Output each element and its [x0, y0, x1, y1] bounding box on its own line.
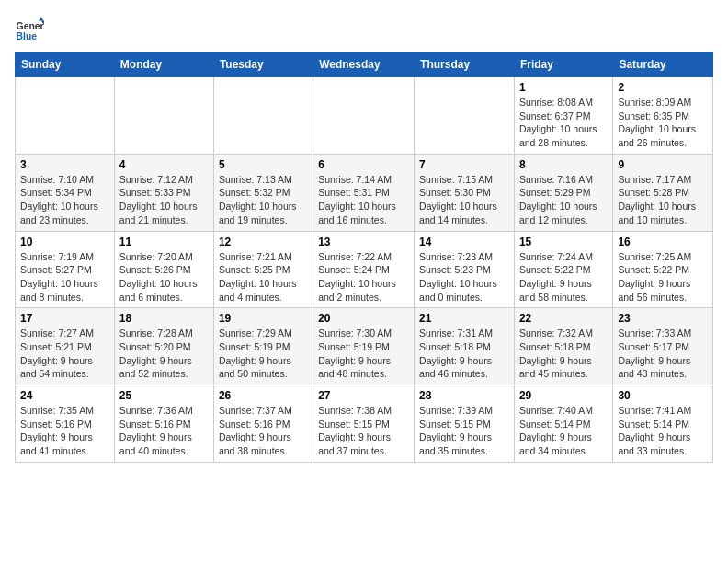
calendar-table: SundayMondayTuesdayWednesdayThursdayFrid… [15, 52, 713, 463]
logo-icon: General Blue [15, 15, 44, 44]
calendar-cell: 17Sunrise: 7:27 AM Sunset: 5:21 PM Dayli… [16, 308, 115, 385]
day-info: Sunrise: 7:36 AM Sunset: 5:16 PM Dayligh… [119, 404, 209, 458]
svg-marker-2 [39, 17, 44, 20]
calendar-cell: 5Sunrise: 7:13 AM Sunset: 5:32 PM Daylig… [213, 154, 313, 231]
day-info: Sunrise: 7:15 AM Sunset: 5:30 PM Dayligh… [419, 173, 509, 227]
week-row-3: 17Sunrise: 7:27 AM Sunset: 5:21 PM Dayli… [16, 308, 713, 385]
day-number: 12 [219, 236, 308, 248]
day-number: 3 [20, 158, 109, 171]
calendar-cell: 21Sunrise: 7:31 AM Sunset: 5:18 PM Dayli… [415, 308, 515, 385]
day-number: 13 [318, 236, 409, 248]
day-info: Sunrise: 7:35 AM Sunset: 5:16 PM Dayligh… [20, 404, 109, 458]
day-number: 19 [219, 312, 308, 325]
day-info: Sunrise: 7:21 AM Sunset: 5:25 PM Dayligh… [219, 250, 308, 304]
calendar-cell: 11Sunrise: 7:20 AM Sunset: 5:26 PM Dayli… [114, 231, 213, 308]
calendar-cell: 26Sunrise: 7:37 AM Sunset: 5:16 PM Dayli… [213, 385, 313, 463]
day-number: 22 [519, 312, 608, 325]
day-number: 6 [318, 158, 409, 171]
day-number: 16 [618, 236, 708, 248]
calendar-cell [313, 77, 415, 155]
day-info: Sunrise: 7:39 AM Sunset: 5:15 PM Dayligh… [419, 404, 509, 458]
day-info: Sunrise: 7:40 AM Sunset: 5:14 PM Dayligh… [519, 404, 608, 458]
calendar-cell: 1Sunrise: 8:08 AM Sunset: 6:37 PM Daylig… [514, 77, 612, 155]
day-info: Sunrise: 7:23 AM Sunset: 5:23 PM Dayligh… [419, 250, 509, 304]
day-info: Sunrise: 7:14 AM Sunset: 5:31 PM Dayligh… [318, 173, 409, 227]
calendar-cell [16, 77, 115, 155]
day-info: Sunrise: 7:30 AM Sunset: 5:19 PM Dayligh… [318, 327, 409, 381]
week-row-4: 24Sunrise: 7:35 AM Sunset: 5:16 PM Dayli… [16, 385, 713, 463]
calendar-cell: 16Sunrise: 7:25 AM Sunset: 5:22 PM Dayli… [613, 231, 713, 308]
header: General Blue [15, 15, 713, 44]
calendar-cell: 29Sunrise: 7:40 AM Sunset: 5:14 PM Dayli… [514, 385, 612, 463]
day-info: Sunrise: 7:31 AM Sunset: 5:18 PM Dayligh… [419, 327, 509, 381]
day-info: Sunrise: 7:13 AM Sunset: 5:32 PM Dayligh… [219, 173, 308, 227]
calendar-cell: 23Sunrise: 7:33 AM Sunset: 5:17 PM Dayli… [613, 308, 713, 385]
day-number: 21 [419, 312, 509, 325]
day-number: 8 [519, 158, 608, 171]
calendar-cell: 3Sunrise: 7:10 AM Sunset: 5:34 PM Daylig… [16, 154, 115, 231]
day-number: 25 [119, 389, 209, 402]
calendar-cell: 12Sunrise: 7:21 AM Sunset: 5:25 PM Dayli… [213, 231, 313, 308]
svg-text:Blue: Blue [17, 31, 38, 41]
day-info: Sunrise: 7:24 AM Sunset: 5:22 PM Dayligh… [519, 250, 608, 304]
day-number: 28 [419, 389, 509, 402]
day-info: Sunrise: 7:20 AM Sunset: 5:26 PM Dayligh… [119, 250, 209, 304]
calendar-cell: 6Sunrise: 7:14 AM Sunset: 5:31 PM Daylig… [313, 154, 415, 231]
calendar-cell: 4Sunrise: 7:12 AM Sunset: 5:33 PM Daylig… [114, 154, 213, 231]
calendar-cell: 19Sunrise: 7:29 AM Sunset: 5:19 PM Dayli… [213, 308, 313, 385]
weekday-header-row: SundayMondayTuesdayWednesdayThursdayFrid… [16, 52, 713, 77]
weekday-header-thursday: Thursday [415, 52, 515, 77]
calendar-cell: 14Sunrise: 7:23 AM Sunset: 5:23 PM Dayli… [415, 231, 515, 308]
calendar-cell: 24Sunrise: 7:35 AM Sunset: 5:16 PM Dayli… [16, 385, 115, 463]
day-info: Sunrise: 7:19 AM Sunset: 5:27 PM Dayligh… [20, 250, 109, 304]
day-info: Sunrise: 7:29 AM Sunset: 5:19 PM Dayligh… [219, 327, 308, 381]
day-info: Sunrise: 7:28 AM Sunset: 5:20 PM Dayligh… [119, 327, 209, 381]
day-number: 1 [519, 81, 608, 94]
day-number: 23 [618, 312, 708, 325]
day-info: Sunrise: 7:12 AM Sunset: 5:33 PM Dayligh… [119, 173, 209, 227]
day-number: 14 [419, 236, 509, 248]
calendar-cell: 13Sunrise: 7:22 AM Sunset: 5:24 PM Dayli… [313, 231, 415, 308]
day-number: 27 [318, 389, 409, 402]
day-number: 17 [20, 312, 109, 325]
weekday-header-monday: Monday [114, 52, 213, 77]
calendar-cell: 8Sunrise: 7:16 AM Sunset: 5:29 PM Daylig… [514, 154, 612, 231]
weekday-header-tuesday: Tuesday [213, 52, 313, 77]
day-info: Sunrise: 8:08 AM Sunset: 6:37 PM Dayligh… [519, 96, 608, 150]
week-row-1: 3Sunrise: 7:10 AM Sunset: 5:34 PM Daylig… [16, 154, 713, 231]
calendar-cell: 7Sunrise: 7:15 AM Sunset: 5:30 PM Daylig… [415, 154, 515, 231]
weekday-header-sunday: Sunday [16, 52, 115, 77]
day-info: Sunrise: 7:37 AM Sunset: 5:16 PM Dayligh… [219, 404, 308, 458]
svg-text:General: General [17, 21, 44, 31]
day-number: 18 [119, 312, 209, 325]
day-info: Sunrise: 7:38 AM Sunset: 5:15 PM Dayligh… [318, 404, 409, 458]
calendar-cell: 27Sunrise: 7:38 AM Sunset: 5:15 PM Dayli… [313, 385, 415, 463]
day-number: 26 [219, 389, 308, 402]
day-info: Sunrise: 7:27 AM Sunset: 5:21 PM Dayligh… [20, 327, 109, 381]
weekday-header-saturday: Saturday [613, 52, 713, 77]
calendar-cell [415, 77, 515, 155]
calendar-cell [114, 77, 213, 155]
day-number: 4 [119, 158, 209, 171]
calendar-cell: 20Sunrise: 7:30 AM Sunset: 5:19 PM Dayli… [313, 308, 415, 385]
day-number: 9 [618, 158, 708, 171]
day-number: 5 [219, 158, 308, 171]
day-number: 7 [419, 158, 509, 171]
day-number: 20 [318, 312, 409, 325]
day-number: 15 [519, 236, 608, 248]
calendar-cell: 18Sunrise: 7:28 AM Sunset: 5:20 PM Dayli… [114, 308, 213, 385]
day-number: 10 [20, 236, 109, 248]
day-info: Sunrise: 7:41 AM Sunset: 5:14 PM Dayligh… [618, 404, 708, 458]
day-number: 11 [119, 236, 209, 248]
calendar-cell [213, 77, 313, 155]
calendar-cell: 22Sunrise: 7:32 AM Sunset: 5:18 PM Dayli… [514, 308, 612, 385]
day-number: 30 [618, 389, 708, 402]
day-number: 29 [519, 389, 608, 402]
day-number: 2 [618, 81, 708, 94]
calendar-cell: 9Sunrise: 7:17 AM Sunset: 5:28 PM Daylig… [613, 154, 713, 231]
day-info: Sunrise: 7:33 AM Sunset: 5:17 PM Dayligh… [618, 327, 708, 381]
day-number: 24 [20, 389, 109, 402]
logo: General Blue [15, 15, 44, 44]
calendar-cell: 15Sunrise: 7:24 AM Sunset: 5:22 PM Dayli… [514, 231, 612, 308]
day-info: Sunrise: 7:10 AM Sunset: 5:34 PM Dayligh… [20, 173, 109, 227]
